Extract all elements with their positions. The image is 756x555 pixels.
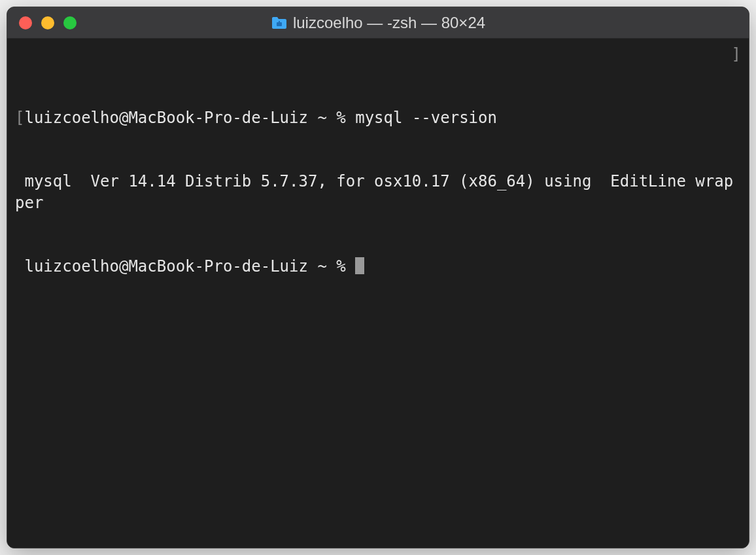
close-button[interactable] (19, 16, 32, 29)
prompt: luizcoelho@MacBook-Pro-de-Luiz ~ % (15, 257, 355, 276)
minimize-button[interactable] (41, 16, 54, 29)
cursor (355, 257, 364, 274)
prompt: luizcoelho@MacBook-Pro-de-Luiz ~ % (24, 109, 355, 127)
terminal-line-2: mysql Ver 14.14 Distrib 5.7.37, for osx1… (15, 171, 741, 213)
open-bracket: [ (15, 109, 24, 127)
maximize-button[interactable] (63, 16, 77, 29)
command-text: mysql --version (355, 109, 497, 127)
terminal-window: luizcoelho — -zsh — 80×24 ] [luizcoelho@… (7, 7, 749, 548)
titlebar[interactable]: luizcoelho — -zsh — 80×24 (7, 7, 749, 39)
window-title: luizcoelho — -zsh — 80×24 (293, 14, 485, 32)
folder-icon (271, 16, 288, 30)
svg-rect-1 (279, 21, 280, 23)
terminal-line-1: [luizcoelho@MacBook-Pro-de-Luiz ~ % mysq… (15, 107, 741, 128)
traffic-lights (19, 16, 77, 29)
window-title-area: luizcoelho — -zsh — 80×24 (19, 14, 737, 32)
terminal-body[interactable]: ] [luizcoelho@MacBook-Pro-de-Luiz ~ % my… (7, 39, 749, 548)
line-end-bracket: ] (732, 44, 741, 65)
terminal-line-3: luizcoelho@MacBook-Pro-de-Luiz ~ % (15, 256, 741, 277)
